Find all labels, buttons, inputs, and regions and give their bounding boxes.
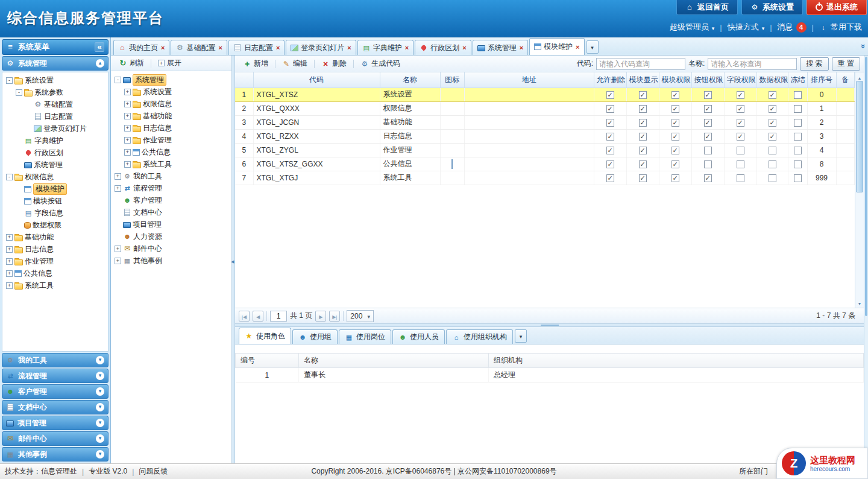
button-permission-checkbox[interactable] <box>704 119 712 127</box>
expand-toggle-icon[interactable] <box>115 258 121 264</box>
freeze-checkbox[interactable] <box>794 174 802 182</box>
column-header[interactable]: 备 <box>836 72 855 87</box>
module-display-checkbox[interactable] <box>639 160 647 168</box>
page-size-select[interactable]: 200 <box>347 310 374 322</box>
expand-toggle-icon[interactable] <box>124 137 131 144</box>
table-row[interactable]: 5XTGL_ZYGL作业管理4 <box>235 143 855 157</box>
close-icon[interactable] <box>218 44 222 51</box>
next-page-button[interactable] <box>315 311 326 322</box>
expand-circle-icon[interactable] <box>96 434 104 443</box>
expand-toggle-icon[interactable] <box>6 258 13 265</box>
last-page-button[interactable] <box>329 311 340 322</box>
button-permission-checkbox[interactable] <box>704 147 712 154</box>
usage-tab[interactable]: 使用人员 <box>392 329 445 344</box>
tree-item[interactable]: 公共信息 <box>2 267 108 279</box>
collapse-toggle-icon[interactable] <box>115 77 121 83</box>
tree-item[interactable]: 基础配置 <box>2 98 108 110</box>
data-permission-checkbox[interactable] <box>769 160 776 168</box>
column-header[interactable]: 模块显示 <box>626 72 659 87</box>
button-permission-checkbox[interactable] <box>704 160 712 168</box>
tree-item[interactable]: 公共信息 <box>111 146 231 158</box>
tree-item[interactable]: 系统工具 <box>2 279 108 291</box>
scroll-down-icon[interactable] <box>855 299 864 307</box>
module-permission-checkbox[interactable] <box>671 174 679 182</box>
table-row[interactable]: 7XTGL_XTGJ系统工具999 <box>235 171 855 185</box>
delete-button[interactable]: 删除 <box>317 57 351 71</box>
add-button[interactable]: 新增 <box>239 57 272 71</box>
sidebar-collapse-button[interactable] <box>95 42 104 52</box>
tab[interactable]: 我的主页 <box>113 40 169 55</box>
tree-item[interactable]: 登录页幻灯片 <box>2 122 108 135</box>
reset-button[interactable]: 重 置 <box>832 57 860 71</box>
tree-item[interactable]: 基础功能 <box>111 110 231 122</box>
usage-row[interactable]: 1董事长总经理 <box>236 368 864 382</box>
allow-delete-checkbox[interactable] <box>606 105 614 113</box>
data-permission-checkbox[interactable] <box>769 105 776 113</box>
accordion-section[interactable]: 其他事例 <box>2 447 108 462</box>
field-permission-checkbox[interactable] <box>737 174 744 182</box>
generate-code-button[interactable]: 生成代码 <box>356 57 404 71</box>
expand-button[interactable]: 展开 <box>154 56 186 70</box>
accordion-section[interactable]: 流程管理 <box>2 369 108 383</box>
tree-item[interactable]: 权限信息 <box>2 171 108 183</box>
tree-item[interactable]: 模块按钮 <box>2 195 108 207</box>
first-page-button[interactable] <box>239 311 250 322</box>
tree-item[interactable]: 项目管理 <box>111 218 231 230</box>
grid-scrollbar[interactable] <box>855 72 864 308</box>
downloads-link[interactable]: 常用下载 <box>819 22 862 33</box>
tree-item[interactable]: 日志配置 <box>2 110 108 122</box>
accordion-system-management[interactable]: 系统管理 <box>2 56 108 71</box>
close-icon[interactable] <box>462 44 466 51</box>
close-icon[interactable] <box>576 43 579 51</box>
tree-item[interactable]: 流程管理 <box>111 182 231 194</box>
data-permission-checkbox[interactable] <box>769 91 776 99</box>
field-permission-checkbox[interactable] <box>737 119 744 127</box>
field-permission-checkbox[interactable] <box>737 160 744 168</box>
exit-button[interactable]: 退出系统 <box>807 0 867 15</box>
button-permission-checkbox[interactable] <box>704 105 712 113</box>
column-header[interactable]: 冻结 <box>788 72 807 87</box>
tree-item[interactable]: 字典维护 <box>2 135 108 147</box>
column-header[interactable]: 按钮权限 <box>691 72 724 87</box>
column-header[interactable]: 允许删除 <box>594 72 626 87</box>
expand-toggle-icon[interactable] <box>124 125 131 132</box>
expand-circle-icon[interactable] <box>96 403 104 411</box>
module-display-checkbox[interactable] <box>639 91 647 99</box>
collapse-toggle-icon[interactable] <box>16 89 22 96</box>
tree-item[interactable]: 作业管理 <box>111 134 231 146</box>
freeze-checkbox[interactable] <box>794 119 802 127</box>
name-search-input[interactable] <box>708 58 797 70</box>
tab[interactable]: 登录页幻灯片 <box>286 40 356 55</box>
usage-column-header[interactable]: 编号 <box>236 354 299 368</box>
scroll-up-icon[interactable] <box>855 73 864 81</box>
tree-item[interactable]: 文档中心 <box>111 206 231 218</box>
user-menu[interactable]: 超级管理员 <box>670 22 715 33</box>
tree-item[interactable]: 我的工具 <box>111 170 231 182</box>
button-permission-checkbox[interactable] <box>704 133 712 141</box>
refresh-button[interactable]: 刷新 <box>115 56 148 70</box>
freeze-checkbox[interactable] <box>794 105 802 113</box>
expand-toggle-icon[interactable] <box>115 246 121 252</box>
field-permission-checkbox[interactable] <box>737 147 744 154</box>
collapse-toggle-icon[interactable] <box>6 77 13 84</box>
collapse-circle-icon[interactable] <box>96 59 104 68</box>
tab-dropdown-button[interactable] <box>587 40 599 54</box>
button-permission-checkbox[interactable] <box>704 174 712 182</box>
button-permission-checkbox[interactable] <box>704 91 712 99</box>
allow-delete-checkbox[interactable] <box>606 119 614 127</box>
tree-item[interactable]: 日志信息 <box>2 243 108 255</box>
column-header[interactable]: 字段权限 <box>724 72 756 87</box>
usage-tab[interactable]: 使用岗位 <box>339 329 391 344</box>
tab[interactable]: 日志配置 <box>228 40 285 55</box>
prev-page-button[interactable] <box>253 311 263 322</box>
tree-item[interactable]: 行政区划 <box>2 147 108 159</box>
expand-toggle-icon[interactable] <box>124 89 131 95</box>
tab[interactable]: 模块维护 <box>529 38 584 55</box>
tree-item[interactable]: 邮件中心 <box>111 243 231 255</box>
horizontal-splitter[interactable] <box>235 323 864 327</box>
tree-item[interactable]: 其他事例 <box>111 255 231 267</box>
accordion-section[interactable]: 文档中心 <box>2 400 108 414</box>
usage-tab[interactable]: 使用组织机构 <box>446 329 513 344</box>
tree-item[interactable]: 系统管理 <box>111 74 231 86</box>
field-permission-checkbox[interactable] <box>737 91 744 99</box>
